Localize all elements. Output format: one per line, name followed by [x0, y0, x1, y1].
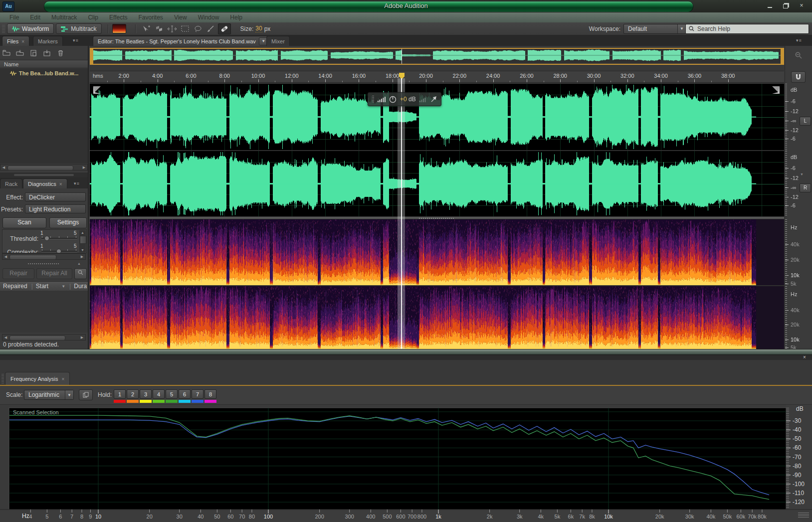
- frequency-tab-close-icon[interactable]: ×: [61, 376, 64, 382]
- repair-all-button[interactable]: Repair All: [36, 268, 72, 279]
- menu-favorites[interactable]: Favorites: [133, 14, 169, 21]
- insert-into-multitrack-icon[interactable]: [42, 49, 51, 57]
- hold-button-2[interactable]: 2: [127, 389, 139, 399]
- time-format-label[interactable]: hms: [93, 73, 103, 79]
- snap-magnet-button[interactable]: [791, 71, 806, 83]
- pin-icon[interactable]: [431, 96, 437, 102]
- restore-button[interactable]: [779, 3, 792, 9]
- hold-button-1[interactable]: 1: [114, 389, 126, 399]
- tab-diagnostics[interactable]: Diagnostics×: [23, 178, 67, 189]
- tab-markers[interactable]: Markers: [33, 36, 63, 46]
- hold-button-5[interactable]: 5: [166, 389, 178, 399]
- delete-icon[interactable]: [56, 49, 65, 57]
- hold-button-8[interactable]: 8: [204, 389, 216, 399]
- new-content-icon[interactable]: [29, 49, 38, 57]
- scale-collapse-icon[interactable]: ▼: [800, 173, 804, 176]
- menu-view[interactable]: View: [169, 14, 193, 21]
- scroll-right-icon[interactable]: ▶: [79, 254, 85, 259]
- scroll-left-icon[interactable]: ◀: [3, 254, 8, 259]
- column-repaired[interactable]: Repaired: [0, 283, 27, 290]
- scroll-down-icon[interactable]: ▼: [80, 248, 85, 252]
- menu-window[interactable]: Window: [193, 14, 225, 21]
- toolbar-grip[interactable]: [2, 25, 5, 33]
- panel-resize-grip[interactable]: [798, 513, 809, 519]
- hud-grip[interactable]: [372, 96, 374, 103]
- column-duration[interactable]: Dura: [74, 283, 87, 290]
- hold-button-7[interactable]: 7: [192, 389, 203, 399]
- file-list-item[interactable]: The Bea...lub Band.w...: [0, 69, 88, 78]
- scrollbar-thumb[interactable]: [7, 166, 73, 171]
- knob-icon[interactable]: [389, 96, 397, 103]
- menu-edit[interactable]: Edit: [24, 14, 46, 21]
- hold-button-6[interactable]: 6: [179, 389, 191, 399]
- move-tool-icon[interactable]: [140, 24, 152, 34]
- panel-splitter[interactable]: [0, 173, 88, 177]
- time-ruler[interactable]: hms 2:004:006:008:0010:0012:0014:0016:00…: [90, 71, 784, 83]
- diagnostics-splitter[interactable]: ▲: [0, 261, 88, 266]
- complexity-slider-thumb[interactable]: [56, 249, 61, 253]
- scroll-right-icon[interactable]: ▶: [81, 165, 87, 170]
- right-channel-button[interactable]: R: [800, 183, 811, 192]
- scroll-left-icon[interactable]: ◀: [1, 165, 6, 170]
- hud-gain-value[interactable]: +0: [400, 96, 407, 103]
- zoom-out-icon[interactable]: [792, 50, 805, 61]
- left-channel-button[interactable]: L: [800, 117, 811, 126]
- scroll-left-icon[interactable]: ◀: [3, 335, 8, 340]
- column-start[interactable]: Start: [36, 283, 48, 290]
- copy-to-clipboard-button[interactable]: [79, 389, 93, 400]
- panel-grip[interactable]: [1, 374, 4, 384]
- find-problems-button[interactable]: [74, 268, 87, 279]
- hold-button-3[interactable]: 3: [140, 389, 152, 399]
- panel-close-icon[interactable]: ×: [802, 354, 808, 360]
- paintbrush-selection-tool-icon[interactable]: [205, 24, 217, 34]
- spectrogram-left-channel[interactable]: [90, 219, 784, 285]
- overview-waveform[interactable]: [90, 48, 784, 63]
- tab-frequency-analysis[interactable]: Frequency Analysis ×: [5, 372, 70, 385]
- close-button[interactable]: ×: [795, 3, 808, 9]
- spectral-display-toggle[interactable]: [112, 24, 126, 33]
- menu-file[interactable]: File: [4, 14, 24, 21]
- menu-help[interactable]: Help: [224, 14, 248, 21]
- marquee-selection-tool-icon[interactable]: [179, 24, 191, 34]
- tab-editor[interactable]: Editor: The Beatles - Sgt. Pepper's Lone…: [93, 36, 279, 46]
- scan-button[interactable]: Scan: [2, 217, 46, 228]
- import-files-icon[interactable]: [15, 49, 24, 57]
- presets-select[interactable]: Light Reduction: [25, 204, 86, 213]
- size-value[interactable]: 30: [255, 25, 262, 32]
- menu-multitrack[interactable]: Multitrack: [46, 14, 82, 21]
- tab-files[interactable]: Files×: [2, 36, 29, 46]
- effect-select[interactable]: DeClicker: [25, 192, 86, 201]
- spot-healing-brush-tool-icon[interactable]: [218, 23, 231, 34]
- settings-button[interactable]: Settings: [49, 217, 87, 228]
- menu-clip[interactable]: Clip: [82, 14, 104, 21]
- files-name-column-header[interactable]: Name: [0, 60, 88, 68]
- heads-up-display[interactable]: +0 dB: [368, 92, 441, 106]
- scrollbar-thumb[interactable]: [9, 336, 65, 341]
- waveform-right-channel[interactable]: [90, 151, 784, 216]
- slip-tool-icon[interactable]: [153, 24, 165, 34]
- tab-mixer[interactable]: Mixer: [266, 36, 290, 46]
- diagnostics-panel-menu-icon[interactable]: [74, 181, 83, 186]
- files-horizontal-scrollbar[interactable]: ◀ ▶: [0, 164, 88, 171]
- problems-horizontal-scrollbar[interactable]: ◀ ▶: [2, 334, 86, 341]
- sort-arrow-icon[interactable]: ▼: [61, 284, 65, 289]
- parameters-vertical-scrollbar[interactable]: ▲ ▼: [79, 230, 86, 252]
- channel-corner-handle-left[interactable]: [93, 86, 101, 94]
- workspace-select[interactable]: Default ▼: [623, 24, 686, 34]
- diagnostics-close-icon[interactable]: ×: [59, 181, 62, 187]
- scrollbar-thumb[interactable]: [9, 255, 56, 260]
- menu-effects[interactable]: Effects: [104, 14, 133, 21]
- horizontal-splitter[interactable]: [0, 349, 812, 355]
- channel-corner-handle-right[interactable]: [772, 86, 780, 94]
- repair-button[interactable]: Repair: [2, 268, 34, 279]
- time-selection-tool-icon[interactable]: [166, 24, 178, 34]
- multitrack-view-button[interactable]: Multitrack: [56, 23, 101, 34]
- scroll-up-icon[interactable]: ▲: [80, 230, 85, 235]
- parameters-horizontal-scrollbar[interactable]: ◀ ▶: [2, 253, 86, 260]
- scale-select[interactable]: Logarithmic ▼: [24, 390, 74, 400]
- waveform-view-button[interactable]: Waveform: [7, 23, 54, 34]
- lasso-selection-tool-icon[interactable]: [192, 24, 204, 34]
- minimize-button[interactable]: [763, 3, 776, 9]
- hold-button-4[interactable]: 4: [153, 389, 165, 399]
- files-panel-menu-icon[interactable]: [73, 38, 82, 43]
